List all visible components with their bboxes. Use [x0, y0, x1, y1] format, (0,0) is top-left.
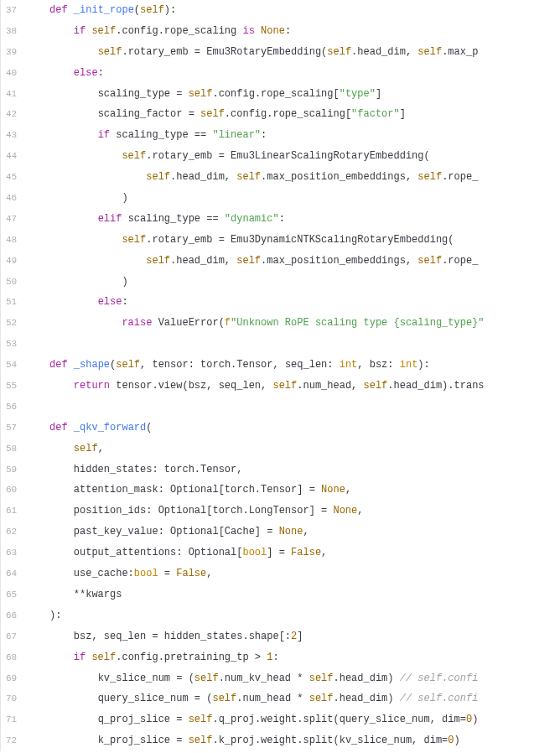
code-line[interactable]: use_cache:bool = False,	[25, 563, 560, 584]
code-area[interactable]: def _init_rope(self): if self.config.rop…	[25, 0, 560, 751]
token-str: "type"	[340, 88, 376, 100]
code-line[interactable]: kv_slice_num = (self.num_kv_head * self.…	[25, 668, 560, 689]
token-slf: None	[261, 25, 285, 37]
token-kw: else	[98, 296, 122, 308]
token-slf: self	[327, 46, 351, 58]
code-line[interactable]: else:	[25, 63, 560, 84]
code-line[interactable]: scaling_type = self.config.rope_scaling[…	[25, 84, 560, 105]
token-p: :	[285, 25, 291, 37]
token-slf: self	[417, 255, 442, 267]
token-slf: self	[236, 255, 261, 267]
token-p: ]	[376, 88, 381, 100]
token-p	[255, 25, 261, 37]
token-str: "dynamic"	[225, 213, 279, 225]
token-p: =	[158, 568, 177, 579]
line-number: 55	[6, 376, 17, 397]
token-kw: raise	[122, 317, 152, 329]
line-number: 42	[6, 104, 17, 125]
code-line[interactable]: scaling_factor = self.config.rope_scalin…	[25, 104, 560, 125]
line-number: 60	[6, 480, 17, 501]
token-slf: self	[309, 673, 334, 684]
code-line[interactable]: **kwargs	[25, 584, 560, 605]
line-number: 58	[6, 439, 17, 460]
line-number: 47	[6, 209, 17, 230]
code-line[interactable]: self.rotary_emb = Emu3RotaryEmbedding(se…	[25, 42, 560, 63]
code-line[interactable]: elif scaling_type == "dynamic":	[25, 209, 560, 230]
token-p: .num_head,	[297, 380, 363, 392]
code-line[interactable]: position_ids: Optional[torch.LongTensor]…	[25, 501, 560, 522]
line-number: 67	[6, 626, 17, 647]
code-line[interactable]: past_key_value: Optional[Cache] = None,	[25, 522, 560, 543]
line-number: 61	[6, 501, 17, 522]
token-fs: f	[225, 317, 231, 329]
line-number: 45	[6, 167, 17, 188]
code-line[interactable]: query_slice_num = (self.num_head * self.…	[25, 688, 560, 709]
code-line[interactable]: q_proj_slice = self.q_proj.weight.split(…	[25, 709, 560, 730]
code-line[interactable]: attention_mask: Optional[torch.Tensor] =…	[25, 480, 560, 501]
token-p: .head_dim).trans	[387, 380, 484, 392]
line-number: 62	[6, 522, 17, 543]
token-kw: elif	[98, 213, 122, 225]
code-line[interactable]: if self.config.rope_scaling is None:	[25, 21, 560, 42]
token-slf: None	[321, 484, 345, 496]
code-line[interactable]: self.rotary_emb = Emu3DynamicNTKScalingR…	[25, 230, 560, 251]
code-line[interactable]: raise ValueError(f"Unknown RoPE scaling …	[25, 313, 560, 334]
code-line[interactable]	[25, 397, 560, 418]
token-slf: None	[333, 505, 357, 517]
token-slf: self	[212, 693, 236, 704]
line-number: 39	[6, 42, 17, 63]
code-line[interactable]: return tensor.view(bsz, seq_len, self.nu…	[25, 376, 560, 397]
token-kw: is	[242, 25, 254, 37]
code-line[interactable]: def _init_rope(self):	[25, 0, 560, 21]
token-p: position_ids: Optional[torch.LongTensor]…	[74, 505, 334, 517]
token-p: .max_position_embeddings,	[261, 255, 417, 267]
line-number: 48	[6, 230, 17, 251]
token-slf: self	[140, 4, 164, 16]
line-number: 69	[6, 668, 17, 689]
token-str: "factor"	[351, 108, 400, 120]
line-number: 46	[6, 188, 17, 209]
token-p: scaling_type ==	[122, 213, 224, 225]
token-p: bsz, seq_len = hidden_states.shape[:	[74, 631, 291, 642]
code-line[interactable]: def _shape(self, tensor: torch.Tensor, s…	[25, 355, 560, 376]
token-p: , bsz:	[357, 359, 399, 371]
token-kw: if	[98, 129, 110, 141]
token-slf: self	[74, 443, 98, 454]
line-number: 72	[6, 730, 17, 751]
code-line[interactable]: self.head_dim, self.max_position_embeddi…	[25, 167, 560, 188]
line-number: 44	[6, 146, 17, 167]
code-line[interactable]: self.head_dim, self.max_position_embeddi…	[25, 251, 560, 272]
token-p: .config.rope_scaling	[116, 25, 242, 37]
token-p: ,	[345, 484, 351, 496]
token-kw: if	[74, 25, 86, 37]
code-line[interactable]: )	[25, 272, 560, 293]
line-number: 66	[6, 605, 17, 626]
token-slf: self	[200, 108, 225, 120]
code-line[interactable]: output_attentions: Optional[bool] = Fals…	[25, 543, 560, 563]
token-slf: self	[116, 359, 140, 371]
token-p: ,	[303, 526, 309, 537]
code-line[interactable]: if self.config.pretraining_tp > 1:	[25, 647, 560, 668]
code-line[interactable]	[25, 334, 560, 355]
code-line[interactable]: else:	[25, 292, 560, 313]
token-p: scaling_type ==	[110, 129, 212, 141]
code-line[interactable]: hidden_states: torch.Tensor,	[25, 460, 560, 480]
token-p: .head_dim,	[170, 171, 236, 183]
code-line[interactable]: )	[25, 188, 560, 209]
token-p: ]	[400, 108, 406, 120]
token-num: 0	[448, 735, 454, 746]
code-line[interactable]: self,	[25, 439, 560, 460]
code-line[interactable]: self.rotary_emb = Emu3LinearScalingRotar…	[25, 146, 560, 167]
token-p: .max_p	[442, 46, 478, 58]
code-line[interactable]: def _qkv_forward(	[25, 418, 560, 439]
token-p: .config.rope_scaling[	[225, 108, 351, 120]
token-kw: def	[49, 4, 68, 16]
code-line[interactable]: if scaling_type == "linear":	[25, 125, 560, 146]
token-p: ]	[297, 631, 303, 642]
token-slf: self	[189, 735, 213, 746]
code-line[interactable]: bsz, seq_len = hidden_states.shape[:2]	[25, 626, 560, 647]
code-line[interactable]: k_proj_slice = self.k_proj.weight.split(…	[25, 730, 560, 751]
code-line[interactable]: ):	[25, 605, 560, 626]
token-fn: _shape	[74, 359, 110, 371]
token-slf: self	[272, 380, 297, 392]
